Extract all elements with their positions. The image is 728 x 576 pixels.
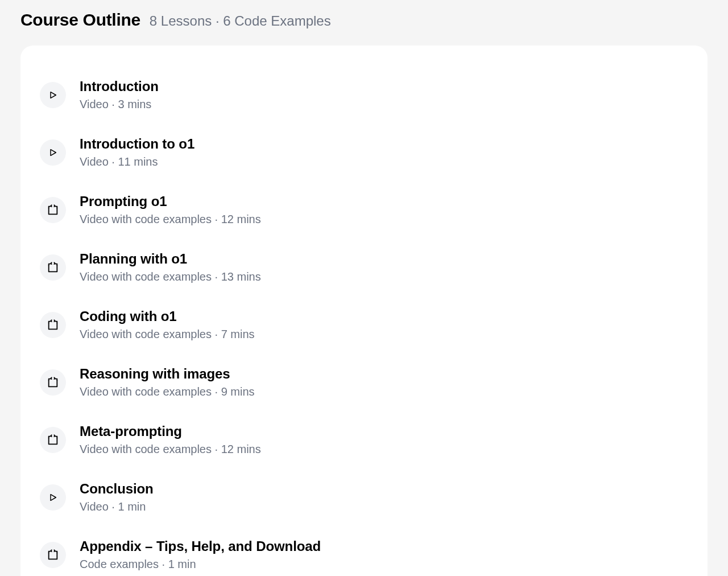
lesson-text: Reasoning with imagesVideo with code exa… [80, 366, 255, 398]
lessons-card: IntroductionVideo · 3 mins Introduction … [20, 46, 708, 576]
code-icon [40, 542, 66, 568]
play-icon [40, 484, 66, 511]
lesson-meta: Video · 1 min [80, 500, 154, 513]
code-icon [40, 312, 66, 338]
code-icon [40, 254, 66, 281]
lesson-title: Appendix – Tips, Help, and Download [80, 538, 321, 554]
course-outline-header: Course Outline 8 Lessons · 6 Code Exampl… [0, 0, 728, 46]
lesson-meta: Video with code examples · 9 mins [80, 385, 255, 398]
lesson-title: Introduction [80, 79, 159, 94]
svg-marker-2 [51, 495, 56, 501]
lesson-text: IntroductionVideo · 3 mins [80, 79, 159, 111]
lesson-meta: Video with code examples · 12 mins [80, 213, 261, 226]
lesson-item[interactable]: Reasoning with imagesVideo with code exa… [35, 353, 693, 411]
lesson-text: Introduction to o1Video · 11 mins [80, 136, 195, 168]
lesson-text: ConclusionVideo · 1 min [80, 481, 154, 513]
lesson-text: Coding with o1Video with code examples ·… [80, 308, 255, 341]
lesson-meta: Video · 11 mins [80, 155, 195, 168]
lesson-title: Conclusion [80, 481, 154, 497]
lesson-meta: Code examples · 1 min [80, 558, 321, 571]
lesson-title: Introduction to o1 [80, 136, 195, 152]
lesson-meta: Video with code examples · 12 mins [80, 443, 261, 456]
code-icon [40, 427, 66, 453]
code-icon [40, 197, 66, 223]
lesson-text: Meta-promptingVideo with code examples ·… [80, 423, 261, 456]
lesson-title: Planning with o1 [80, 251, 261, 267]
lesson-item[interactable]: Appendix – Tips, Help, and DownloadCode … [35, 526, 693, 576]
code-icon [40, 369, 66, 396]
lesson-meta: Video with code examples · 13 mins [80, 270, 261, 283]
lesson-title: Prompting o1 [80, 194, 261, 209]
lesson-title: Reasoning with images [80, 366, 255, 382]
lesson-text: Planning with o1Video with code examples… [80, 251, 261, 283]
lesson-item[interactable]: ConclusionVideo · 1 min [35, 468, 693, 526]
svg-marker-1 [51, 150, 56, 156]
lesson-item[interactable]: Planning with o1Video with code examples… [35, 238, 693, 296]
lesson-meta: Video with code examples · 7 mins [80, 328, 255, 341]
lesson-title: Meta-prompting [80, 423, 261, 439]
lesson-title: Coding with o1 [80, 308, 255, 324]
lesson-meta: Video · 3 mins [80, 98, 159, 111]
lesson-item[interactable]: Introduction to o1Video · 11 mins [35, 124, 693, 181]
lesson-item[interactable]: Coding with o1Video with code examples ·… [35, 296, 693, 353]
lesson-text: Appendix – Tips, Help, and DownloadCode … [80, 538, 321, 571]
lesson-item[interactable]: Prompting o1Video with code examples · 1… [35, 181, 693, 238]
lesson-item[interactable]: IntroductionVideo · 3 mins [35, 66, 693, 124]
play-icon [40, 82, 66, 108]
play-icon [40, 139, 66, 166]
svg-marker-0 [51, 92, 56, 98]
page-subtitle: 8 Lessons · 6 Code Examples [150, 13, 331, 29]
lesson-item[interactable]: Meta-promptingVideo with code examples ·… [35, 411, 693, 468]
lesson-text: Prompting o1Video with code examples · 1… [80, 194, 261, 226]
page-title: Course Outline [20, 10, 140, 30]
